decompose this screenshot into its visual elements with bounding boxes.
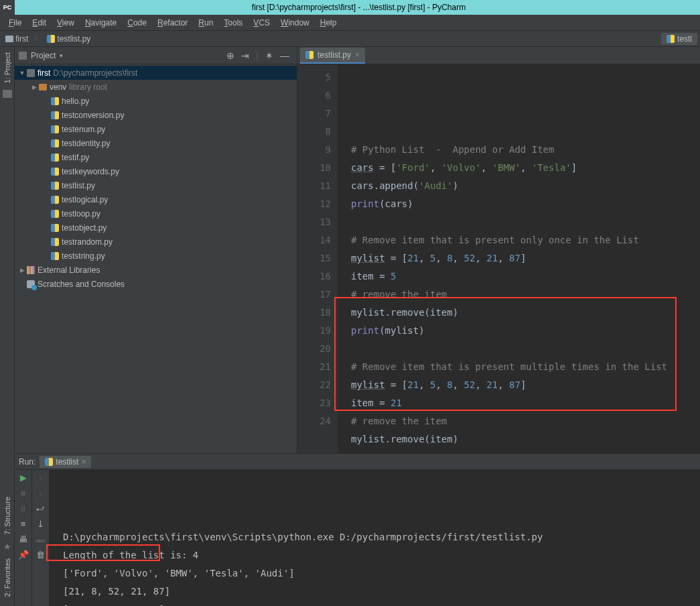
tool-icon[interactable] xyxy=(3,90,12,98)
tree-item-testloop-py[interactable]: testloop.py xyxy=(15,206,297,221)
run-config-label: testl xyxy=(677,34,692,44)
up-icon[interactable]: ↑ xyxy=(35,473,47,483)
stop-icon[interactable]: ■ xyxy=(17,488,29,498)
project-panel-title: Project xyxy=(31,51,56,60)
layout-icon[interactable]: ≡ xyxy=(17,519,29,529)
menu-bar: FileEditViewNavigateCodeRefactorRunTools… xyxy=(0,15,700,31)
editor-tab-label: testlist.py xyxy=(318,50,351,60)
run-tab[interactable]: testlist × xyxy=(40,456,91,468)
run-tab-label: testlist xyxy=(56,457,78,467)
menu-run[interactable]: Run xyxy=(194,17,218,29)
python-icon xyxy=(45,458,53,466)
tree-item-teststring-py[interactable]: teststring.py xyxy=(15,249,297,263)
tree-item-hello-py[interactable]: hello.py xyxy=(15,94,297,108)
menu-view[interactable]: View xyxy=(52,17,79,29)
breadcrumb-file[interactable]: testlist.py xyxy=(44,34,93,44)
run-panel: Run: testlist × ▶ ■ ⏸ ≡ 🖶 📌 ↑ xyxy=(15,453,700,606)
tree-item-scratches-and-consoles[interactable]: Scratches and Consoles xyxy=(15,277,297,291)
tree-item-external-libraries[interactable]: ▶External Libraries xyxy=(15,263,297,277)
proj-icon xyxy=(27,69,35,77)
menu-window[interactable]: Window xyxy=(276,17,314,29)
menu-tools[interactable]: Tools xyxy=(219,17,247,29)
menu-code[interactable]: Code xyxy=(123,17,151,29)
editor-panel: testlist.py × 56789101112131415161718192… xyxy=(297,47,700,453)
tree-item-testif-py[interactable]: testif.py xyxy=(15,150,297,164)
tree-item-testconversion-py[interactable]: testconversion.py xyxy=(15,108,297,122)
clear-icon[interactable]: ▬ xyxy=(35,534,47,544)
python-icon xyxy=(305,51,313,59)
tree-item-testlist-py[interactable]: testlist.py xyxy=(15,178,297,192)
project-tool-tab[interactable]: 1: Project xyxy=(3,50,11,86)
down-icon[interactable]: ↓ xyxy=(35,488,47,498)
py-icon xyxy=(51,224,59,232)
tree-item-testenum-py[interactable]: testenum.py xyxy=(15,122,297,136)
menu-refactor[interactable]: Refactor xyxy=(153,17,192,29)
nav-bar: first 〉 testlist.py testl xyxy=(0,31,700,47)
gear-icon[interactable]: ✶ xyxy=(262,50,277,61)
hide-icon[interactable]: — xyxy=(277,50,293,61)
print-icon[interactable]: 🖶 xyxy=(17,534,29,544)
menu-help[interactable]: Help xyxy=(316,17,342,29)
editor-tabbar: testlist.py × xyxy=(297,47,700,64)
project-panel-header: Project ▾ ⊕ ⇥ | ✶ — xyxy=(15,47,297,64)
py-icon xyxy=(51,168,59,176)
breadcrumb-project-label: first xyxy=(15,34,28,44)
close-icon[interactable]: × xyxy=(81,457,86,467)
line-gutter: 56789101112131415161718192021222324 xyxy=(297,64,338,453)
tree-item-testkeywords-py[interactable]: testkeywords.py xyxy=(15,164,297,178)
python-icon xyxy=(47,35,55,43)
project-icon xyxy=(19,52,27,60)
py-icon xyxy=(51,238,59,246)
menu-navigate[interactable]: Navigate xyxy=(80,17,121,29)
collapse-icon[interactable]: ⇥ xyxy=(238,50,253,61)
locate-icon[interactable]: ⊕ xyxy=(223,50,238,61)
py-icon xyxy=(51,196,59,204)
py-icon xyxy=(51,210,59,218)
scrollend-icon[interactable]: ⤓ xyxy=(35,519,47,529)
lib-icon xyxy=(27,266,35,274)
window-titlebar: PC first [D:\pycharmprojects\first] - ..… xyxy=(0,0,700,15)
pin-icon[interactable]: 📌 xyxy=(17,550,29,560)
python-icon xyxy=(667,35,675,43)
py-icon xyxy=(51,111,59,119)
run-config-pill[interactable]: testl xyxy=(661,33,697,45)
tree-item-first[interactable]: ▼firstD:\pycharmprojects\first xyxy=(15,66,297,80)
run-toolbar-secondary: ↑ ↓ ⮐ ⤓ ▬ 🗑 xyxy=(32,470,50,606)
tree-item-testidentity-py[interactable]: testidentity.py xyxy=(15,136,297,150)
favorites-tool-tab[interactable]: 2: Favorites xyxy=(3,556,11,599)
editor-tab-testlist[interactable]: testlist.py × xyxy=(300,48,365,64)
code-area[interactable]: # Python List - Append or Add Itemcars =… xyxy=(338,64,700,453)
tree-item-testobject-py[interactable]: testobject.py xyxy=(15,221,297,235)
chevron-down-icon[interactable]: ▾ xyxy=(60,52,63,59)
editor-body[interactable]: 56789101112131415161718192021222324 # Py… xyxy=(297,64,700,453)
run-panel-header: Run: testlist × xyxy=(15,454,700,470)
py-icon xyxy=(51,252,59,260)
menu-file[interactable]: File xyxy=(4,17,26,29)
tree-item-venv[interactable]: ▶venvlibrary root xyxy=(15,80,297,94)
trash-icon[interactable]: 🗑 xyxy=(35,550,47,560)
py-icon xyxy=(51,125,59,133)
close-icon[interactable]: × xyxy=(355,50,360,60)
project-tree[interactable]: ▼firstD:\pycharmprojects\first▶venvlibra… xyxy=(15,64,297,453)
run-label: Run: xyxy=(19,457,36,467)
structure-tool-tab[interactable]: 7: Structure xyxy=(3,494,11,538)
py-icon xyxy=(51,154,59,162)
project-panel: Project ▾ ⊕ ⇥ | ✶ — ▼firstD:\pycharmproj… xyxy=(15,47,297,453)
tree-item-testlogical-py[interactable]: testlogical.py xyxy=(15,192,297,206)
scratch-icon xyxy=(27,280,35,288)
app-logo: PC xyxy=(0,0,15,15)
window-title: first [D:\pycharmprojects\first] - ...\t… xyxy=(17,3,700,12)
run-console[interactable]: D:\pycharmprojects\first\venv\Scripts\py… xyxy=(50,470,700,606)
breadcrumb-sep: 〉 xyxy=(31,33,44,44)
menu-edit[interactable]: Edit xyxy=(27,17,51,29)
wrap-icon[interactable]: ⮐ xyxy=(35,503,47,513)
pause-icon[interactable]: ⏸ xyxy=(17,503,29,513)
rerun-icon[interactable]: ▶ xyxy=(17,473,29,483)
tree-item-testrandom-py[interactable]: testrandom.py xyxy=(15,235,297,249)
breadcrumb-project[interactable]: first xyxy=(3,34,31,44)
folder-icon xyxy=(5,36,13,42)
breadcrumb-file-label: testlist.py xyxy=(57,34,90,44)
menu-vcs[interactable]: VCS xyxy=(249,17,275,29)
separator: | xyxy=(253,50,262,61)
left-tool-strip: 1: Project xyxy=(0,47,15,181)
